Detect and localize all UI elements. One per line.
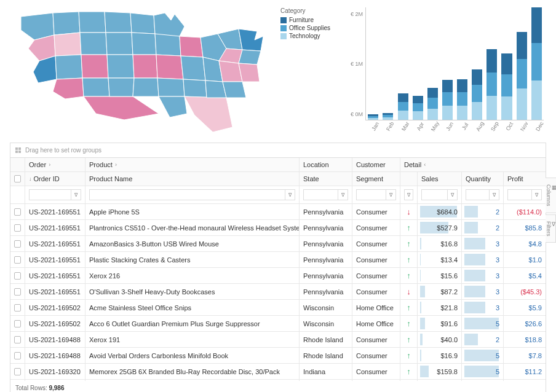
filter-menu-button[interactable]: ∇ bbox=[532, 189, 542, 200]
table-row[interactable]: US-2021-169551Plastic Stacking Crates & … bbox=[10, 252, 546, 268]
col-group-customer[interactable]: Customer bbox=[352, 158, 400, 171]
legend-item[interactable]: Office Supplies bbox=[280, 25, 348, 31]
arrow-up-icon: ↑ bbox=[407, 367, 411, 376]
filter-order-id[interactable] bbox=[29, 189, 71, 200]
cell-profit: $5.4 bbox=[504, 268, 546, 283]
bar-group[interactable] bbox=[501, 7, 512, 120]
checkbox-icon bbox=[14, 175, 21, 182]
row-checkbox[interactable] bbox=[14, 256, 21, 264]
row-checkbox[interactable] bbox=[14, 336, 21, 343]
filter-segment[interactable] bbox=[356, 189, 386, 200]
row-checkbox[interactable] bbox=[14, 208, 21, 216]
cell-state: Wisconsin bbox=[300, 316, 352, 331]
bar-group[interactable] bbox=[383, 7, 393, 120]
table-row[interactable]: US-2021-169320Memorex 25GB 6X Branded Bl… bbox=[10, 364, 546, 380]
table-row[interactable]: US-2021-169502Acme Stainless Steel Offic… bbox=[10, 300, 546, 316]
bar-group[interactable] bbox=[368, 7, 378, 120]
row-checkbox[interactable] bbox=[14, 240, 21, 248]
bar-fill bbox=[420, 254, 421, 265]
header-product-name[interactable]: Product Name bbox=[85, 172, 300, 186]
table-row[interactable]: US-2021-169551Apple iPhone 5SPennsylvani… bbox=[10, 204, 546, 220]
bar-fill bbox=[420, 350, 421, 361]
header-order-id[interactable]: ↓Order ID bbox=[25, 172, 85, 186]
filter-menu-button[interactable]: ∇ bbox=[448, 189, 458, 200]
bar-group[interactable] bbox=[472, 7, 482, 120]
row-checkbox[interactable] bbox=[14, 352, 21, 359]
table-row[interactable]: US-2021-169551AmazonBasics 3-Button USB … bbox=[10, 236, 546, 252]
cell-product-name: Acme Stainless Steel Office Snips bbox=[85, 300, 300, 315]
filter-profit[interactable] bbox=[507, 189, 532, 200]
arrow-up-icon: ↑ bbox=[407, 271, 411, 280]
cell-order-id: US-2021-169551 bbox=[25, 204, 85, 219]
cell-checkbox bbox=[10, 332, 25, 347]
row-checkbox[interactable] bbox=[14, 304, 21, 312]
filter-product-name[interactable] bbox=[89, 189, 285, 200]
grid-body[interactable]: US-2021-169551Apple iPhone 5SPennsylvani… bbox=[10, 204, 546, 381]
header-quantity[interactable]: Quantity bbox=[462, 172, 504, 186]
cell-sales: $40.0 bbox=[418, 332, 462, 347]
table-row[interactable]: US-2021-169551Xerox 216PennsylvaniaConsu… bbox=[10, 268, 546, 284]
us-map[interactable] bbox=[10, 5, 268, 135]
filter-menu-button[interactable]: ∇ bbox=[404, 189, 413, 200]
bar-fill bbox=[420, 286, 425, 297]
col-group-order[interactable]: Order› bbox=[25, 158, 85, 171]
bar-fill bbox=[464, 286, 485, 297]
bar-group[interactable] bbox=[398, 7, 408, 120]
header-state[interactable]: State bbox=[300, 172, 352, 186]
table-row[interactable]: US-2021-169488Xerox 191Rhode IslandConsu… bbox=[10, 332, 546, 348]
bar-fill bbox=[464, 366, 499, 377]
row-checkbox[interactable] bbox=[14, 288, 21, 296]
col-group-detail[interactable]: Detail‹ bbox=[400, 158, 546, 171]
header-sales[interactable]: Sales bbox=[418, 172, 462, 186]
table-row[interactable]: US-2021-169320Quartet Omega Colored Chal… bbox=[10, 380, 546, 381]
header-checkbox[interactable] bbox=[10, 172, 25, 186]
data-grid: ▦Columns ∇Filters Drag here to set row g… bbox=[10, 143, 546, 392]
row-checkbox[interactable] bbox=[14, 320, 21, 327]
cell-product-name: Xerox 191 bbox=[85, 332, 300, 347]
header-profit[interactable]: Profit bbox=[504, 172, 546, 186]
cell-direction: ↑ bbox=[400, 220, 418, 235]
cell-state: Pennsylvania bbox=[300, 204, 352, 219]
legend-item[interactable]: Technology bbox=[280, 33, 348, 39]
category-bar-chart: Category Furniture Office Supplies Techn… bbox=[280, 5, 546, 135]
table-row[interactable]: US-2021-169488Avoid Verbal Orders Carbon… bbox=[10, 348, 546, 364]
cell-state: Pennsylvania bbox=[300, 268, 352, 283]
row-group-drop-zone[interactable]: Drag here to set row groups bbox=[10, 143, 546, 158]
filter-menu-button[interactable]: ∇ bbox=[386, 189, 396, 200]
bar-group[interactable] bbox=[517, 7, 527, 120]
col-group-product[interactable]: Product› bbox=[85, 158, 300, 171]
bar-group[interactable] bbox=[486, 7, 497, 120]
bar-segment bbox=[531, 43, 542, 80]
bar-fill bbox=[420, 302, 421, 313]
bar-group[interactable] bbox=[442, 7, 453, 120]
bar-group[interactable] bbox=[531, 7, 542, 120]
filter-menu-button[interactable]: ∇ bbox=[338, 189, 348, 200]
bar-group[interactable] bbox=[457, 7, 467, 120]
filter-state[interactable] bbox=[303, 189, 338, 200]
row-checkbox[interactable] bbox=[14, 368, 21, 375]
row-checkbox[interactable] bbox=[14, 272, 21, 280]
side-tab-filters[interactable]: ∇Filters bbox=[546, 214, 556, 243]
header-detail[interactable] bbox=[400, 172, 418, 186]
cell-order-id: US-2021-169488 bbox=[25, 332, 85, 347]
bar-group[interactable] bbox=[413, 7, 423, 120]
column-group-header-row: Order› Product› Location Customer Detail… bbox=[10, 158, 546, 172]
filter-sales[interactable] bbox=[421, 189, 448, 200]
cell-quantity: 3 bbox=[462, 268, 504, 283]
row-checkbox[interactable] bbox=[14, 224, 21, 232]
cell-product-name: Acco 6 Outlet Guardian Premium Plus Surg… bbox=[85, 316, 300, 331]
cell-sales: $15.6 bbox=[418, 268, 462, 283]
filter-menu-button[interactable]: ∇ bbox=[490, 189, 499, 200]
header-segment[interactable]: Segment bbox=[352, 172, 400, 186]
bar-group[interactable] bbox=[427, 7, 438, 120]
col-group-location[interactable]: Location bbox=[300, 158, 352, 171]
side-tab-columns[interactable]: ▦Columns bbox=[546, 178, 556, 213]
legend-item[interactable]: Furniture bbox=[280, 17, 348, 23]
table-row[interactable]: US-2021-169551O'Sullivan 3-Shelf Heavy-D… bbox=[10, 284, 546, 300]
table-row[interactable]: US-2021-169502Acco 6 Outlet Guardian Pre… bbox=[10, 316, 546, 332]
bar-segment bbox=[413, 103, 423, 112]
filter-menu-button[interactable]: ∇ bbox=[71, 189, 81, 200]
table-row[interactable]: US-2021-169551Plantronics CS510 - Over-t… bbox=[10, 220, 546, 236]
filter-quantity[interactable] bbox=[466, 189, 490, 200]
filter-menu-button[interactable]: ∇ bbox=[285, 189, 295, 200]
